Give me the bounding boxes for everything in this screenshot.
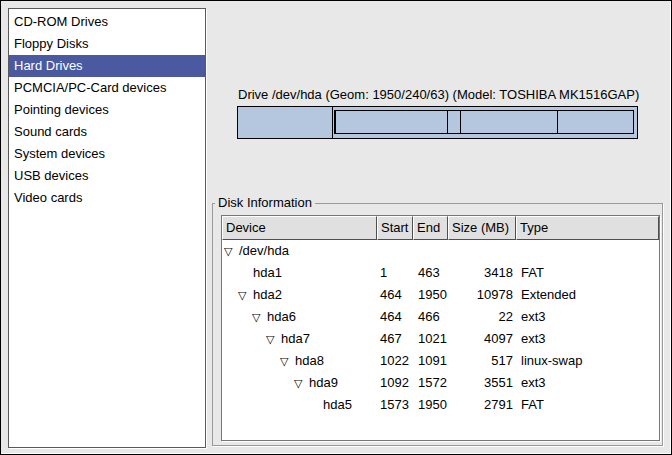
column-header-type[interactable]: Type <box>516 216 659 240</box>
device-name: hda5 <box>323 394 352 416</box>
start-value: 464 <box>377 284 413 306</box>
sidebar-item-pcmcia-pc-card-devices[interactable]: PCMCIA/PC-Card devices <box>9 77 205 99</box>
table-row-hda5[interactable]: hda5157319502791FAT <box>222 394 659 416</box>
sidebar-item-hard-drives[interactable]: Hard Drives <box>9 55 205 77</box>
size-value: 3418 <box>448 262 516 284</box>
sidebar-item-cd-rom-drives[interactable]: CD-ROM Drives <box>9 11 205 33</box>
end-value: 1091 <box>413 350 448 372</box>
extended-partition-hda2 <box>334 110 637 134</box>
column-header-start[interactable]: Start <box>377 216 413 240</box>
start-value: 1 <box>377 262 413 284</box>
hardware-browser-window: { "colors": { "selection": "#4a59a0", "p… <box>0 0 672 455</box>
end-value: 1950 <box>413 284 448 306</box>
partition-segment-hda1 <box>238 107 333 138</box>
table-row-dev-hda[interactable]: ▽/dev/hda <box>222 240 659 262</box>
disk-table-body: ▽/dev/hdahda114633418FAT▽hda246419501097… <box>222 240 659 416</box>
expander-icon[interactable]: ▽ <box>294 372 309 394</box>
end-value: 1572 <box>413 372 448 394</box>
type-value <box>516 240 659 262</box>
end-value <box>413 240 448 262</box>
table-row-hda7[interactable]: ▽hda746710214097ext3 <box>222 328 659 350</box>
drive-partition-bar <box>237 106 638 139</box>
table-row-hda1[interactable]: hda114633418FAT <box>222 262 659 284</box>
type-value: Extended <box>516 284 659 306</box>
expander-icon[interactable]: ▽ <box>252 306 267 328</box>
device-name: hda8 <box>295 350 324 372</box>
device-name: hda7 <box>281 328 310 350</box>
disk-information-group: Disk Information DeviceStartEndSize (MB)… <box>212 203 663 446</box>
size-value: 2791 <box>448 394 516 416</box>
device-name: /dev/hda <box>239 240 289 262</box>
size-value: 517 <box>448 350 516 372</box>
partition-segment-hda5 <box>557 110 634 134</box>
table-row-hda2[interactable]: ▽hda2464195010978Extended <box>222 284 659 306</box>
device-name: hda6 <box>267 306 296 328</box>
type-value: ext3 <box>516 372 659 394</box>
table-row-hda6[interactable]: ▽hda646446622ext3 <box>222 306 659 328</box>
table-row-hda8[interactable]: ▽hda810221091517linux-swap <box>222 350 659 372</box>
expander-icon[interactable]: ▽ <box>224 240 239 262</box>
sidebar-item-pointing-devices[interactable]: Pointing devices <box>9 99 205 121</box>
type-value: FAT <box>516 262 659 284</box>
size-value: 10978 <box>448 284 516 306</box>
expander-icon[interactable]: ▽ <box>266 328 281 350</box>
disk-table-header: DeviceStartEndSize (MB)Type <box>222 216 659 240</box>
expander-icon[interactable]: ▽ <box>238 284 253 306</box>
sidebar-item-system-devices[interactable]: System devices <box>9 143 205 165</box>
device-name: hda1 <box>253 262 282 284</box>
disk-table: DeviceStartEndSize (MB)Type ▽/dev/hdahda… <box>221 215 660 441</box>
start-value: 1022 <box>377 350 413 372</box>
size-value <box>448 240 516 262</box>
end-value: 1950 <box>413 394 448 416</box>
start-value: 467 <box>377 328 413 350</box>
type-value: FAT <box>516 394 659 416</box>
device-name: hda2 <box>253 284 282 306</box>
column-header-end[interactable]: End <box>413 216 448 240</box>
sidebar-item-video-cards[interactable]: Video cards <box>9 187 205 209</box>
type-value: ext3 <box>516 328 659 350</box>
end-value: 466 <box>413 306 448 328</box>
size-value: 22 <box>448 306 516 328</box>
type-value: linux-swap <box>516 350 659 372</box>
start-value: 1092 <box>377 372 413 394</box>
table-row-hda9[interactable]: ▽hda9109215723551ext3 <box>222 372 659 394</box>
end-value: 1021 <box>413 328 448 350</box>
start-value <box>377 240 413 262</box>
partition-segment-hda9 <box>460 110 558 134</box>
size-value: 3551 <box>448 372 516 394</box>
column-header-device[interactable]: Device <box>222 216 377 240</box>
column-header-size-mb[interactable]: Size (MB) <box>448 216 516 240</box>
start-value: 1573 <box>377 394 413 416</box>
disk-information-title: Disk Information <box>215 195 315 210</box>
device-category-list[interactable]: CD-ROM DrivesFloppy DisksHard DrivesPCMC… <box>8 8 206 448</box>
sidebar-item-usb-devices[interactable]: USB devices <box>9 165 205 187</box>
drive-info-label: Drive /dev/hda (Geom: 1950/240/63) (Mode… <box>238 87 639 102</box>
size-value: 4097 <box>448 328 516 350</box>
partition-segment-hda8 <box>447 110 461 134</box>
sidebar-item-sound-cards[interactable]: Sound cards <box>9 121 205 143</box>
partition-segment-hda7 <box>335 110 448 134</box>
type-value: ext3 <box>516 306 659 328</box>
end-value: 463 <box>413 262 448 284</box>
start-value: 464 <box>377 306 413 328</box>
sidebar-item-floppy-disks[interactable]: Floppy Disks <box>9 33 205 55</box>
expander-icon[interactable]: ▽ <box>280 350 295 372</box>
device-name: hda9 <box>309 372 338 394</box>
